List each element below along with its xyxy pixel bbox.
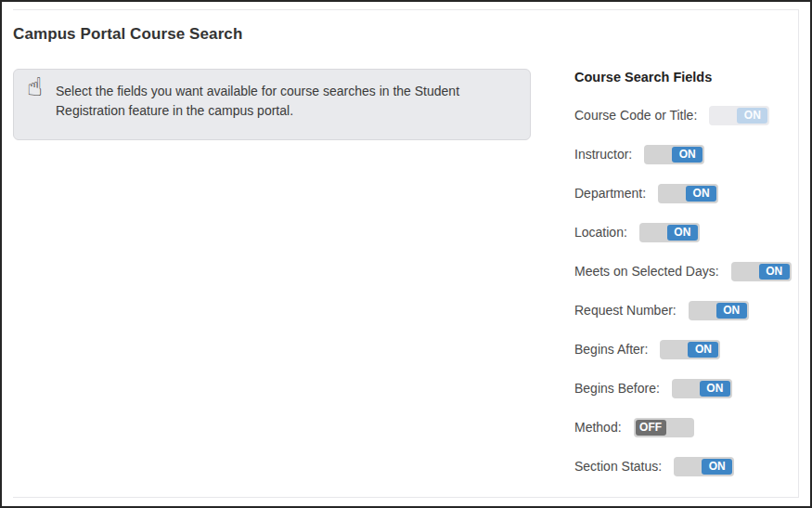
toggle-knob: ON: [686, 186, 716, 202]
hand-point-up-icon: ☝: [27, 73, 43, 101]
field-label: Section Status:: [574, 459, 662, 474]
field-toggle[interactable]: ON: [660, 340, 720, 359]
campus-portal-settings-window: Campus Portal Course Search ☝ Select the…: [0, 0, 812, 508]
field-toggle[interactable]: ON: [672, 379, 732, 398]
field-toggle-row: Section Status: ON: [574, 456, 806, 476]
field-toggle[interactable]: ON: [731, 262, 792, 281]
course-search-fields-panel: Course Search Fields Course Code or Titl…: [574, 70, 806, 495]
field-toggle[interactable]: ON: [689, 301, 749, 320]
toggle-knob: ON: [759, 264, 790, 280]
field-toggle-row: Location: ON: [574, 222, 806, 242]
toggle-knob: ON: [667, 225, 698, 241]
field-toggle-list: Course Code or Title: ON Instructor: ON …: [574, 105, 806, 476]
field-label: Location:: [574, 225, 627, 240]
field-toggle-row: Request Number: ON: [574, 300, 806, 320]
field-toggle[interactable]: ON: [658, 184, 718, 203]
toggle-knob: ON: [702, 459, 732, 475]
field-label: Course Code or Title:: [574, 108, 697, 123]
field-toggle-row: Begins Before: ON: [574, 378, 806, 398]
field-label: Begins After:: [574, 342, 648, 357]
field-toggle-row: Begins After: ON: [574, 339, 806, 359]
field-toggle-row: Department: ON: [574, 183, 806, 203]
field-label: Department:: [574, 186, 646, 201]
field-toggle[interactable]: ON: [709, 106, 769, 125]
toggle-knob: OFF: [636, 420, 666, 436]
field-toggle[interactable]: ON: [639, 223, 700, 242]
toggle-knob: ON: [672, 147, 702, 163]
page-title: Campus Portal Course Search: [13, 25, 242, 44]
toggle-knob: ON: [737, 108, 767, 124]
toggle-knob: ON: [688, 342, 718, 358]
info-box: ☝ Select the fields you want available f…: [13, 69, 531, 140]
toggle-knob: ON: [700, 381, 730, 397]
field-toggle-row: Instructor: ON: [574, 144, 806, 164]
field-label: Method:: [574, 420, 622, 435]
field-toggle[interactable]: ON: [674, 457, 734, 476]
toggle-knob: ON: [716, 303, 747, 319]
field-toggle-row: Method: OFF: [574, 417, 806, 437]
info-text: Select the fields you want available for…: [56, 82, 478, 121]
field-label: Instructor:: [574, 147, 632, 162]
field-label: Meets on Selected Days:: [574, 264, 719, 279]
field-toggle[interactable]: OFF: [634, 418, 694, 437]
field-toggle-row: Meets on Selected Days: ON: [574, 261, 806, 281]
field-label: Request Number:: [574, 303, 677, 318]
field-toggle-row: Course Code or Title: ON: [574, 105, 806, 125]
fields-panel-heading: Course Search Fields: [574, 70, 806, 85]
field-label: Begins Before:: [574, 381, 660, 396]
field-toggle[interactable]: ON: [644, 145, 704, 164]
